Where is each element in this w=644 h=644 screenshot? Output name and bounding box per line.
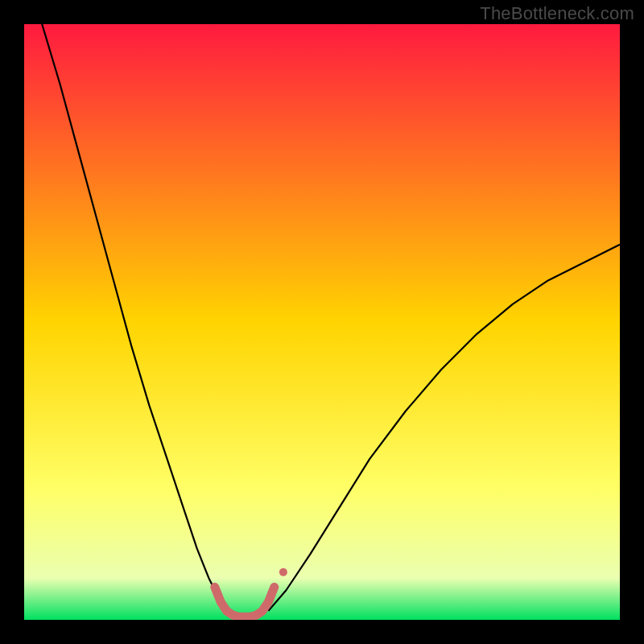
plot-svg bbox=[24, 24, 620, 620]
watermark-text: TheBottleneck.com bbox=[480, 3, 634, 24]
bottleneck-plot bbox=[24, 24, 620, 620]
chart-frame: TheBottleneck.com bbox=[0, 0, 644, 644]
plot-background bbox=[24, 24, 620, 620]
trough-end-dot bbox=[279, 568, 287, 576]
